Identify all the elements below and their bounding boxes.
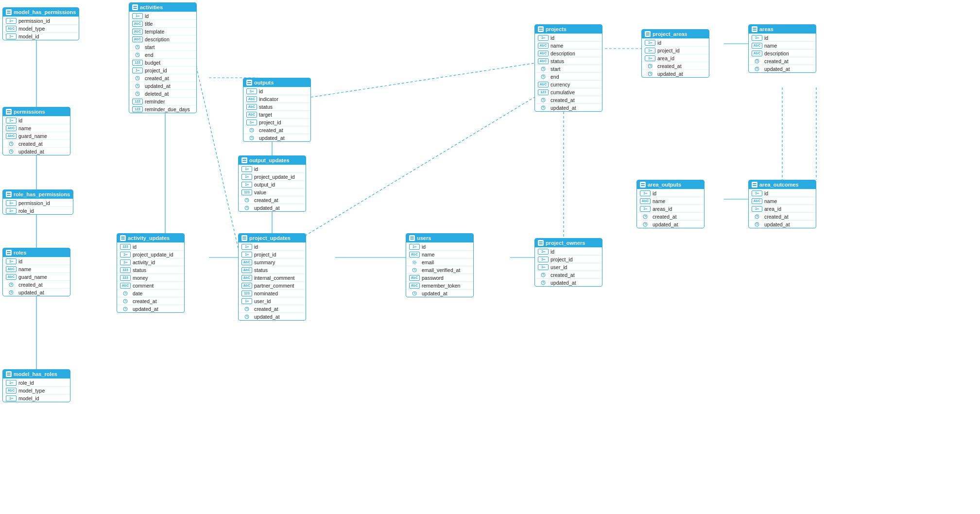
field-type-icon: 1∞ (640, 206, 651, 212)
field-row: AbCmodel_type (3, 386, 70, 394)
field-row: 1∞model_id (3, 394, 70, 402)
field-name: created_at (259, 127, 283, 133)
field-name: created_at (764, 58, 789, 64)
field-row: updated_at (406, 289, 473, 297)
field-name: description (764, 51, 789, 56)
field-name: id (653, 190, 656, 196)
field-row: updated_at (535, 278, 602, 286)
field-type-icon: AbC (132, 21, 143, 27)
field-name: project_id (254, 252, 276, 257)
field-name: id (764, 190, 768, 196)
field-row: AbCindicator (243, 95, 310, 103)
field-row: AbCremember_token (406, 281, 473, 289)
db-icon-role_has_permissions (6, 191, 12, 197)
field-type-icon: 1∞ (120, 259, 131, 265)
field-row: 1∞area_id (642, 54, 709, 62)
field-type-icon: AbC (409, 252, 420, 257)
field-type-icon (538, 74, 549, 80)
field-row: updated_at (637, 220, 704, 228)
field-type-icon (132, 83, 143, 89)
field-row: date (117, 289, 184, 297)
field-type-icon: 123 (538, 89, 549, 95)
field-row: created_at (239, 196, 306, 204)
field-row: 1∞id (3, 116, 70, 124)
field-row: 1∞id (749, 34, 816, 41)
field-name: model_id (18, 395, 39, 401)
field-type-icon: 123 (241, 189, 252, 195)
table-projects: projects1∞idAbCnameAbCdescriptionAbCstat… (534, 24, 602, 112)
table-header-output_updates: output_updates (239, 156, 306, 165)
table-header-project_updates: project_updates (239, 234, 306, 242)
field-row: updated_at (3, 288, 70, 296)
field-type-icon (409, 267, 420, 273)
field-type-icon (132, 75, 143, 81)
field-type-icon (120, 291, 131, 296)
db-icon-area_outcomes (752, 182, 757, 188)
field-type-icon: AbC (241, 267, 252, 273)
db-icon-users (409, 235, 415, 241)
field-row: created_at (535, 96, 602, 103)
field-row: AbCstatus (535, 57, 602, 65)
field-type-icon: 1∞ (6, 258, 17, 264)
field-name: id (422, 244, 426, 250)
field-name: activity_id (133, 259, 155, 265)
table-project_owners: project_owners1∞id1∞project_id1∞user_idc… (534, 238, 602, 287)
field-row: AbCname (749, 41, 816, 49)
field-name: reminder (145, 99, 165, 104)
field-row: AbCname (3, 124, 70, 132)
field-row: 123cumulative (535, 88, 602, 96)
field-name: updated_at (422, 291, 447, 296)
table-header-model_has_permissions: model_has_permissions (3, 8, 79, 17)
field-type-icon: 123 (241, 291, 252, 296)
field-type-icon (538, 272, 549, 278)
field-name: name (18, 266, 31, 272)
field-name: updated_at (764, 66, 790, 72)
field-name: reminder_due_days (145, 106, 190, 112)
field-name: user_id (550, 264, 567, 270)
field-type-icon: AbC (640, 198, 651, 204)
field-row: AbCtarget (243, 110, 310, 118)
field-type-icon: 1∞ (6, 200, 17, 206)
field-type-icon: 1∞ (752, 206, 762, 212)
field-row: 1∞project_id (642, 46, 709, 54)
field-row: 1∞project_id (535, 255, 602, 263)
field-name: created_at (145, 75, 169, 81)
field-row: 123status (117, 266, 184, 274)
field-row: 1∞project_update_id (117, 250, 184, 258)
field-row: AbCdescription (749, 49, 816, 57)
field-name: created_at (254, 197, 278, 203)
field-type-icon (538, 280, 549, 286)
field-type-icon (241, 197, 252, 203)
field-row: updated_at (129, 82, 196, 89)
table-model_has_roles: model_has_roles1∞role_idAbCmodel_type1∞m… (2, 369, 70, 402)
field-name: email (422, 259, 434, 265)
field-type-icon: AbC (6, 26, 17, 32)
field-type-icon: 1∞ (241, 252, 252, 257)
field-name: created_at (653, 214, 677, 220)
field-row: created_at (129, 74, 196, 82)
field-name: end (145, 52, 154, 58)
table-header-project_owners: project_owners (535, 239, 602, 247)
field-type-icon: 1∞ (241, 244, 252, 250)
field-type-icon: 1∞ (538, 264, 549, 270)
field-name: template (145, 29, 164, 34)
table-area_outputs: area_outputs1∞idAbCname1∞areas_idcreated… (636, 180, 705, 228)
field-row: created_at (637, 212, 704, 220)
field-name: updated_at (657, 71, 683, 77)
field-type-icon: AbC (6, 266, 17, 272)
field-row: 123budget (129, 58, 196, 66)
field-name: updated_at (550, 280, 576, 286)
field-type-icon (538, 97, 549, 103)
field-type-icon: 1∞ (241, 182, 252, 188)
field-row: 1∞id (637, 189, 704, 197)
field-row: 1∞id (239, 165, 306, 172)
field-row: created_at (749, 212, 816, 220)
svg-point-92 (413, 261, 415, 263)
field-row: AbCname (749, 197, 816, 205)
field-type-icon: AbC (241, 275, 252, 281)
table-header-project_areas: project_areas (642, 30, 709, 38)
field-row: AbCstatus (243, 103, 310, 110)
field-type-icon: 1∞ (752, 35, 762, 41)
field-row: AbCmodel_type (3, 24, 79, 32)
field-type-icon (752, 66, 762, 72)
